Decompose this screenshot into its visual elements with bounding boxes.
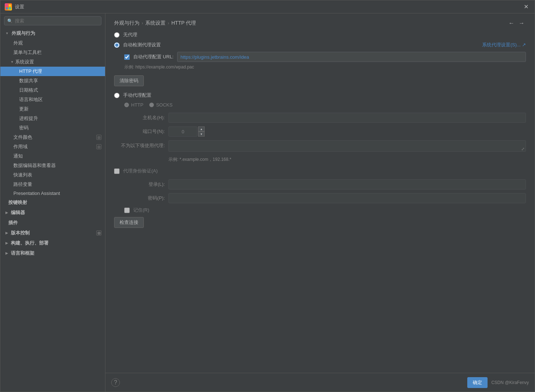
- port-spinner-buttons: ▲ ▼: [198, 126, 205, 137]
- sidebar-item-notifications[interactable]: 通知: [0, 151, 105, 161]
- login-label: 登录(L):: [114, 181, 165, 188]
- sidebar-subgroup-system-settings[interactable]: ▼ 系统设置: [0, 57, 105, 67]
- check-connection-button[interactable]: 检查连接: [114, 217, 144, 228]
- sidebar-group-build[interactable]: ▶ 构建、执行、部署: [0, 238, 105, 248]
- search-input[interactable]: [15, 18, 98, 24]
- help-button[interactable]: ?: [111, 378, 120, 387]
- clear-password-section: 清除密码: [114, 75, 526, 86]
- no-proxy-for-input[interactable]: [168, 140, 526, 152]
- auto-detect-label[interactable]: 自动检测代理设置: [123, 42, 161, 48]
- breadcrumb-sep-0: ›: [142, 21, 143, 26]
- svg-rect-0: [6, 4, 8, 7]
- sidebar-item-updates[interactable]: 更新: [0, 104, 105, 114]
- sidebar-item-language-region[interactable]: 语言和地区: [0, 95, 105, 104]
- expand-icon-file-colors: ⊟: [96, 135, 101, 140]
- sidebar-item-http-proxy[interactable]: HTTP 代理: [0, 67, 105, 76]
- main-panel: 外观与行为 › 系统设置 › HTTP 代理 ← → 无代理: [105, 13, 535, 392]
- sidebar-item-data-editor[interactable]: 数据编辑器和查看器: [0, 161, 105, 170]
- sidebar-item-passwords[interactable]: 密码: [0, 123, 105, 133]
- expand-textarea-icon[interactable]: ⤢: [521, 147, 524, 151]
- hostname-input[interactable]: [168, 113, 526, 123]
- port-spinner: ▲ ▼: [168, 126, 205, 137]
- nav-forward-button[interactable]: →: [517, 19, 526, 27]
- protocol-http-label[interactable]: HTTP: [131, 102, 143, 108]
- sidebar-group-language[interactable]: ▶ 语言和框架: [0, 248, 105, 258]
- svg-rect-2: [6, 7, 8, 9]
- sidebar-item-data-sharing[interactable]: 数据共享: [0, 76, 105, 86]
- protocol-row: HTTP SOCKS: [124, 102, 526, 108]
- panel-content: 无代理 自动检测代理设置 系统代理设置(S)... ↗ 自动代理配置 URL: …: [105, 32, 535, 373]
- hostname-row: 主机名(H):: [114, 113, 526, 123]
- search-icon: 🔍: [7, 18, 13, 24]
- auto-config-url-input[interactable]: [177, 52, 526, 62]
- password-row: 密码(P):: [114, 193, 526, 203]
- sidebar-item-appearance[interactable]: 外观: [0, 38, 105, 48]
- arrow-icon: ▼: [5, 32, 9, 35]
- manual-proxy-radio[interactable]: [114, 93, 120, 98]
- arrow-icon-system: ▼: [11, 60, 14, 64]
- sidebar-item-file-colors[interactable]: 文件颜色 ⊟: [0, 133, 105, 142]
- sidebar-item-process-elevation[interactable]: 进程提升: [0, 114, 105, 123]
- proxy-auth-label[interactable]: 代理身份验证(A): [123, 168, 158, 174]
- port-row: 端口号(N): ▲ ▼: [114, 126, 526, 137]
- protocol-socks-radio[interactable]: [149, 103, 154, 107]
- login-row: 登录(L):: [114, 179, 526, 189]
- watermark: CSDN @KiraFenvy: [491, 380, 529, 385]
- sidebar-group-plugins[interactable]: 插件: [0, 218, 105, 228]
- auto-detect-row: 自动检测代理设置 系统代理设置(S)... ↗: [114, 42, 526, 48]
- auto-detect-radio[interactable]: [114, 42, 120, 48]
- titlebar: 设置 ✕: [0, 0, 535, 13]
- remember-label[interactable]: 记住(R): [133, 207, 149, 213]
- port-label: 端口号(N):: [114, 128, 165, 135]
- breadcrumb-item-1[interactable]: 系统设置: [145, 20, 166, 26]
- sidebar-item-presentation-assistant[interactable]: Presentation Assistant: [0, 189, 105, 197]
- auto-config-checkbox[interactable]: [124, 54, 130, 60]
- manual-proxy-row: 手动代理配置: [114, 92, 526, 99]
- system-proxy-link[interactable]: 系统代理设置(S)... ↗: [482, 42, 526, 48]
- breadcrumb-item-0[interactable]: 外观与行为: [114, 20, 139, 26]
- auto-config-label[interactable]: 自动代理配置 URL:: [133, 54, 174, 60]
- password-label: 密码(P):: [114, 195, 165, 201]
- sidebar-item-date-format[interactable]: 日期格式: [0, 86, 105, 95]
- port-up-button[interactable]: ▲: [198, 126, 205, 132]
- sidebar-group-appearance-behavior[interactable]: ▼ 外观与行为: [0, 28, 105, 38]
- proxy-auth-row: 代理身份验证(A): [114, 168, 526, 174]
- protocol-http-radio[interactable]: [124, 103, 129, 107]
- sidebar-item-path-variables[interactable]: 路径变量: [0, 180, 105, 189]
- search-box[interactable]: 🔍: [4, 16, 101, 25]
- proxy-auth-checkbox[interactable]: [114, 168, 120, 174]
- sidebar-item-menus-toolbars[interactable]: 菜单与工具栏: [0, 48, 105, 57]
- clear-password-button[interactable]: 清除密码: [114, 75, 144, 86]
- arrow-icon-build: ▶: [5, 241, 8, 245]
- sidebar-item-quick-lists[interactable]: 快速列表: [0, 170, 105, 180]
- close-button[interactable]: ✕: [522, 3, 530, 11]
- no-proxy-label[interactable]: 无代理: [123, 32, 137, 38]
- nav-back-button[interactable]: ←: [507, 19, 516, 27]
- sidebar-group-version-control[interactable]: ▶ 版本控制 ⊟: [0, 228, 105, 238]
- sidebar: 🔍 ▼ 外观与行为 外观 菜单与工具栏 ▼: [0, 13, 105, 392]
- bottom-bar: ? 确定 CSDN @KiraFenvy: [105, 373, 535, 392]
- auto-config-row: 自动代理配置 URL:: [124, 52, 526, 62]
- check-connection-section: 检查连接: [114, 217, 526, 228]
- auto-config-hint: 示例: https://example.com/wpad.pac: [124, 64, 526, 70]
- sidebar-item-scopes[interactable]: 作用域 ⊟: [0, 142, 105, 151]
- settings-window: 设置 ✕ 🔍 ▼ 外观与行为 外观 菜单与工: [0, 0, 535, 392]
- sidebar-group-editor[interactable]: ▶ 编辑器: [0, 208, 105, 218]
- breadcrumb-item-2: HTTP 代理: [171, 20, 196, 26]
- sidebar-section-appearance: ▼ 外观与行为 外观 菜单与工具栏 ▼ 系统设置 HTTP 代理: [0, 28, 105, 197]
- password-input[interactable]: [168, 193, 526, 203]
- no-proxy-radio[interactable]: [114, 32, 120, 38]
- manual-proxy-label[interactable]: 手动代理配置: [123, 92, 151, 99]
- hostname-label: 主机名(H):: [114, 114, 165, 121]
- port-down-button[interactable]: ▼: [198, 132, 205, 137]
- ok-button[interactable]: 确定: [467, 377, 488, 388]
- svg-rect-3: [9, 7, 11, 9]
- sidebar-group-keymap[interactable]: 按键映射: [0, 197, 105, 208]
- window-title: 设置: [15, 4, 24, 10]
- remember-row: 记住(R): [124, 207, 526, 213]
- login-input[interactable]: [168, 179, 526, 189]
- no-proxy-for-row: 不为以下项使用代理: ⤢: [114, 140, 526, 153]
- protocol-socks-label[interactable]: SOCKS: [156, 102, 173, 108]
- port-input[interactable]: [168, 126, 197, 137]
- remember-checkbox[interactable]: [124, 208, 130, 213]
